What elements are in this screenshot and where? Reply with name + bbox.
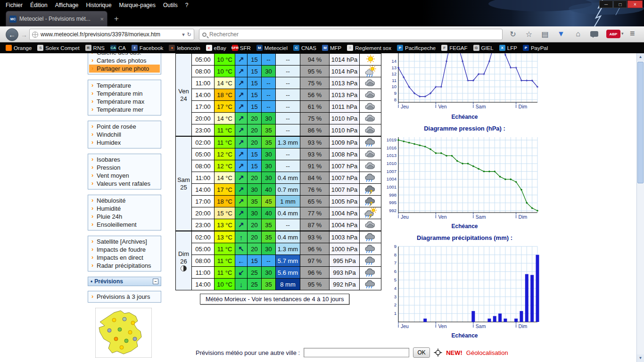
bookmark-item[interactable]: S Solex Compet (34, 43, 82, 53)
bookmark-item[interactable]: ≡ Reglement sox (344, 43, 394, 53)
scroll-up-icon[interactable]: ▲ (637, 53, 644, 61)
temperature-cell: 10 °C (215, 66, 235, 77)
sidebar-item[interactable]: ›Température min (89, 90, 160, 98)
bookmark-item[interactable]: M MFP (319, 43, 344, 53)
menu-item-0[interactable]: Fichier (2, 1, 26, 9)
geolocation-crosshair-icon[interactable] (434, 348, 442, 357)
bookmark-item[interactable]: P Pacificpeche (394, 43, 438, 53)
sidebar-item[interactable]: ›Humidité (89, 205, 160, 213)
sidebar-item[interactable]: ›Pression (89, 164, 160, 172)
temperature-cell: 11 °C (215, 243, 235, 255)
chat-bubble-icon[interactable] (590, 31, 598, 37)
scrollbar-thumb[interactable] (637, 62, 644, 183)
pressure-chart-title: Diagramme pression (hPa) : (386, 124, 544, 133)
sidebar-item[interactable]: ›Ensoleillement (89, 221, 160, 229)
sidebar-item[interactable]: ›Température (89, 82, 160, 90)
collapse-icon[interactable]: − (153, 279, 158, 284)
wind-speed-cell: 15 (248, 66, 262, 77)
sidebar-item[interactable]: ›Satellite [Archives] (89, 238, 160, 246)
site-identity-globe-icon[interactable] (32, 32, 38, 38)
bookmark-item[interactable]: Orange (3, 43, 34, 53)
tab-close-icon[interactable]: × (100, 16, 104, 22)
sidebar-item[interactable]: ›Température mer (89, 106, 160, 114)
home-icon[interactable]: ⌂ (573, 30, 583, 39)
close-button[interactable]: × (627, 0, 643, 8)
bookmark-star-icon[interactable]: ☆ (524, 30, 534, 39)
arrow-bullet-icon: › (91, 65, 93, 72)
back-button[interactable]: ← (6, 28, 18, 41)
bookmark-item[interactable]: f Facebook (129, 43, 166, 53)
city-input[interactable] (304, 348, 409, 357)
sidebar-item[interactable]: ›Windchill (89, 131, 160, 139)
search-icon[interactable] (202, 33, 206, 37)
sidebar-item[interactable]: ›Impacts de foudre (89, 246, 160, 254)
adblock-plus-icon[interactable]: ABP (606, 30, 620, 38)
menu-item-3[interactable]: Historique (83, 1, 116, 9)
menu-item-1[interactable]: Édition (26, 1, 51, 9)
sidebar-item[interactable]: ›Impacts en direct (89, 254, 160, 262)
sidebar-item[interactable]: ›Prévisions à 3 jours (89, 293, 160, 301)
wind-speed-cell: 15 (248, 89, 262, 101)
pressure-cell: 1007 hPa (330, 172, 360, 184)
wind-speed-cell: 20 (248, 124, 262, 136)
sidebar-item[interactable]: ›Vent moyen (89, 172, 160, 180)
scroll-down-icon[interactable]: ▼ (637, 354, 644, 362)
sidebar-item[interactable]: ›Isobares (89, 156, 160, 164)
sidebar-item[interactable]: ›Humidex (89, 139, 160, 147)
bookmark-item[interactable]: e eBay (203, 43, 229, 53)
sidebar-item[interactable]: ›Radar précipitations (89, 262, 160, 270)
bookmark-item[interactable]: CA CA (107, 43, 129, 53)
bookmark-item[interactable]: F FEGAF (438, 43, 470, 53)
bookmarks-panel-icon[interactable]: ▤ (540, 30, 550, 39)
bookmark-item[interactable]: G GIEL (471, 43, 496, 53)
bookmark-item[interactable]: C CNAS (290, 43, 319, 53)
sidebar-item[interactable]: ›Valeurs vent rafales (89, 180, 160, 188)
menu-item-5[interactable]: Outils (159, 1, 182, 9)
tendances-link[interactable]: Météo Morieux - Voir les tendances de 4 … (200, 294, 349, 304)
sidebar-item[interactable]: ›Nébulosité (89, 197, 160, 205)
search-input[interactable] (209, 31, 499, 38)
minimize-button[interactable]: ─ (599, 0, 613, 8)
bookmark-item[interactable]: R RNS (83, 43, 107, 53)
bookmark-item[interactable]: P PayPal (520, 43, 551, 53)
bookmark-item[interactable]: X LFP (496, 43, 520, 53)
sidebar-item[interactable]: ›Température max (89, 98, 160, 106)
menu-item-6[interactable]: ? (182, 1, 192, 9)
time-cell: 11:00 (192, 77, 215, 89)
forward-button[interactable]: → (20, 31, 28, 39)
menu-item-4[interactable]: Marque-pages (116, 1, 159, 9)
maximize-button[interactable]: □ (613, 0, 627, 8)
bookmark-item[interactable]: ● leboncoin (166, 43, 203, 53)
menu-item-2[interactable]: Affichage (51, 1, 83, 9)
history-icon[interactable]: ↻ (508, 30, 518, 39)
search-bar[interactable] (199, 29, 503, 40)
weather-icon-cloud (364, 219, 377, 230)
new-tab-button[interactable]: + (110, 14, 123, 25)
ok-button[interactable]: OK (413, 347, 430, 358)
browser-tab-active[interactable]: MC Meteociel - Prévisions mét... × (6, 11, 107, 26)
sidebar: ›Galerie des obs.›Cartes des photos›Part… (88, 53, 161, 362)
hamburger-menu-icon[interactable]: ≡ (630, 29, 635, 38)
france-forecast-map[interactable] (95, 308, 161, 360)
svg-text:7: 7 (394, 260, 396, 265)
pressure-cell: 1003 hPa (330, 231, 360, 243)
sidebar-item[interactable]: ›Point de rosée (89, 123, 160, 131)
sidebar-item[interactable]: ›Partager une photo (89, 65, 160, 73)
wind-direction-cell: ↗ (235, 124, 248, 136)
bookmark-item[interactable]: M Meteociel (254, 43, 290, 53)
reload-icon[interactable]: ↻ (187, 32, 191, 38)
sidebar-group: ›Nébulosité›Humidité›Pluie 24h›Ensoleill… (88, 195, 161, 230)
weather-cell (360, 184, 381, 196)
geolocation-link[interactable]: Géolocalisation (466, 349, 508, 356)
bookmark-item[interactable]: SFR SFR (229, 43, 254, 53)
sidebar-item[interactable]: ›Cartes des photos (89, 57, 160, 65)
url-bar[interactable]: www.meteociel.fr/previsions/33978/morieu… (29, 29, 194, 40)
sidebar-item[interactable]: ›Galerie des obs. (89, 53, 160, 57)
sidebar-item[interactable]: ›Pluie 24h (89, 213, 160, 221)
pressure-cell: 1005 hPa (330, 196, 360, 207)
weather-icon-rain (364, 279, 377, 290)
downloads-icon[interactable]: ▼ (556, 30, 566, 39)
url-dropdown-icon[interactable]: ▾ (182, 32, 185, 38)
adblock-dropdown-icon[interactable]: ▾ (621, 31, 624, 36)
pressure-cell: 1000 hPa (330, 243, 360, 255)
